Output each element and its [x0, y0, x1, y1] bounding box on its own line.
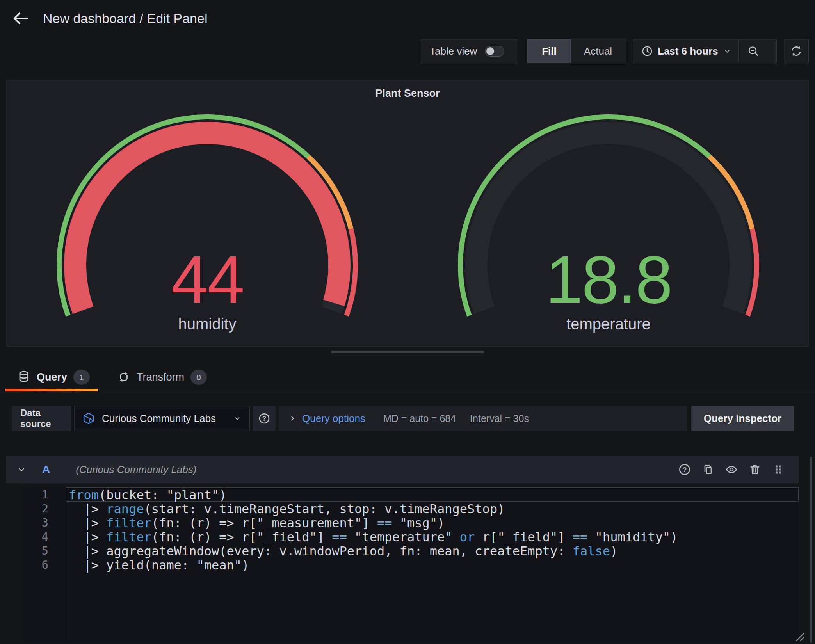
code-token[interactable]: (bucket: "plant"): [99, 487, 227, 502]
influxdb-icon: [82, 412, 95, 425]
code-token[interactable]: (start: v.timeRangeStart, stop: v.timeRa…: [144, 502, 505, 516]
tab-query[interactable]: Query 1: [17, 365, 90, 389]
pane-resize-handle[interactable]: [331, 351, 484, 353]
line-number: 2: [23, 502, 66, 516]
resize-grip[interactable]: [792, 628, 806, 642]
code-line-text[interactable]: |> range(start: v.timeRangeStart, stop: …: [66, 502, 799, 516]
pane-splitter[interactable]: [810, 457, 812, 643]
code-token[interactable]: (fn: (r) => r["_measurement"]: [151, 516, 377, 530]
flux-query-editor[interactable]: 1from(bucket: "plant")2 |> range(start: …: [23, 486, 799, 643]
code-token[interactable]: ==: [377, 516, 392, 530]
tab-transform[interactable]: Transform 0: [117, 365, 207, 389]
sync-icon: [790, 45, 803, 57]
refresh-button[interactable]: [784, 39, 809, 63]
query-row-header[interactable]: A (Curious Community Labs) ?: [6, 456, 799, 483]
query-ref-id: A: [42, 463, 50, 476]
code-token[interactable]: ==: [573, 530, 588, 544]
time-picker-group: Last 6 hours: [633, 39, 777, 63]
eye-icon[interactable]: [725, 463, 738, 476]
query-options-bar: Query options MD = auto = 684 Interval =…: [279, 406, 687, 431]
gauge-temperature-value: 18.8: [408, 244, 809, 315]
code-lines: 1from(bucket: "plant")2 |> range(start: …: [23, 487, 799, 572]
gauge-humidity-label: humidity: [7, 315, 408, 333]
zoom-out-button[interactable]: [739, 39, 768, 63]
query-row-actions: ?: [678, 463, 799, 476]
code-token[interactable]: false: [573, 544, 610, 559]
toggle-knob: [486, 47, 494, 55]
code-token[interactable]: |>: [69, 502, 106, 516]
chevron-down-icon[interactable]: [16, 464, 27, 475]
code-token[interactable]: filter: [106, 516, 151, 530]
help-circle-icon[interactable]: ?: [678, 463, 691, 476]
query-inspector-button[interactable]: Query inspector: [691, 406, 794, 431]
gauge-temperature-label: temperature: [408, 315, 809, 333]
code-token[interactable]: (fn: (r) => r["_field"]: [151, 530, 332, 544]
code-token[interactable]: from: [69, 487, 99, 502]
page-title: New dashboard / Edit Panel: [43, 11, 207, 26]
magnifier-minus-icon: [747, 45, 759, 57]
trash-icon[interactable]: [749, 463, 761, 476]
code-line[interactable]: 5 |> aggregateWindow(every: v.windowPeri…: [23, 544, 799, 558]
datasource-selected: Curious Community Labs: [102, 413, 226, 425]
table-view-label: Table view: [430, 45, 477, 57]
code-line[interactable]: 1from(bucket: "plant"): [23, 487, 799, 502]
code-line[interactable]: 4 |> filter(fn: (r) => r["_field"] == "t…: [23, 530, 799, 544]
line-number: 1: [23, 487, 66, 502]
code-token[interactable]: or: [460, 530, 475, 544]
drag-handle-icon[interactable]: [772, 463, 785, 476]
gauge-humidity-value: 44: [7, 244, 408, 315]
max-data-points-value: MD = auto = 684: [383, 413, 456, 424]
code-token[interactable]: ==: [332, 530, 347, 544]
code-token[interactable]: ): [610, 544, 617, 559]
query-options-toggle[interactable]: Query options: [302, 413, 365, 425]
editor-tabs: Query 1 Transform 0: [0, 365, 815, 392]
tab-query-count: 1: [73, 370, 90, 385]
code-line-text[interactable]: |> aggregateWindow(every: v.windowPeriod…: [66, 544, 799, 558]
transform-icon: [117, 370, 130, 384]
gauge-humidity: 44 humidity: [7, 80, 408, 347]
tab-transform-count: 0: [190, 370, 207, 385]
datasource-help-button[interactable]: ?: [253, 406, 276, 431]
panel-preview: Plant Sensor 44 humidity 18.8 temperatur…: [6, 80, 809, 347]
tab-transform-label: Transform: [137, 371, 184, 383]
back-button[interactable]: [12, 9, 30, 27]
code-line[interactable]: 3 |> filter(fn: (r) => r["_measurement"]…: [23, 516, 799, 530]
query-datasource-hint: (Curious Community Labs): [76, 464, 196, 476]
arrow-left-icon: [12, 9, 30, 27]
interval-value: Interval = 30s: [470, 413, 529, 424]
table-view-toggle[interactable]: [485, 46, 504, 57]
fill-button[interactable]: Fill: [527, 39, 571, 63]
time-range-picker[interactable]: Last 6 hours: [633, 39, 738, 63]
code-line-text[interactable]: |> yield(name: "mean"): [66, 558, 799, 572]
code-token[interactable]: filter: [106, 530, 151, 544]
code-token[interactable]: |>: [69, 530, 106, 544]
time-range-label: Last 6 hours: [658, 45, 718, 57]
code-token[interactable]: |> yield(name: "mean"): [69, 558, 249, 573]
grafana-edit-panel: New dashboard / Edit Panel Table view Fi…: [0, 0, 815, 644]
code-token[interactable]: |> aggregateWindow(every: v.windowPeriod…: [69, 544, 573, 559]
code-token[interactable]: "msg"): [392, 516, 445, 530]
chevron-down-icon: [233, 414, 242, 423]
code-line-text[interactable]: |> filter(fn: (r) => r["_field"] == "tem…: [66, 530, 799, 544]
actual-button[interactable]: Actual: [571, 39, 625, 63]
datasource-label: Data source: [12, 406, 71, 431]
code-token[interactable]: "humidity"): [587, 530, 678, 544]
code-token[interactable]: "temperature": [347, 530, 460, 544]
help-circle-icon: ?: [258, 413, 270, 424]
code-line[interactable]: 2 |> range(start: v.timeRangeStart, stop…: [23, 502, 799, 516]
svg-text:?: ?: [262, 415, 266, 422]
tab-query-label: Query: [37, 371, 67, 383]
code-line-text[interactable]: from(bucket: "plant"): [66, 487, 799, 502]
copy-icon[interactable]: [702, 463, 714, 476]
line-number: 5: [23, 544, 66, 558]
code-token[interactable]: |>: [69, 516, 106, 530]
code-token[interactable]: range: [106, 502, 144, 516]
line-number: 4: [23, 530, 66, 544]
chevron-right-icon: [288, 414, 297, 423]
clock-icon: [641, 45, 653, 57]
code-token[interactable]: r["_field"]: [475, 530, 572, 544]
code-line[interactable]: 6 |> yield(name: "mean"): [23, 558, 799, 572]
datasource-picker[interactable]: Curious Community Labs: [74, 406, 250, 431]
code-line-text[interactable]: |> filter(fn: (r) => r["_measurement"] =…: [66, 516, 799, 530]
line-number: 3: [23, 516, 66, 530]
